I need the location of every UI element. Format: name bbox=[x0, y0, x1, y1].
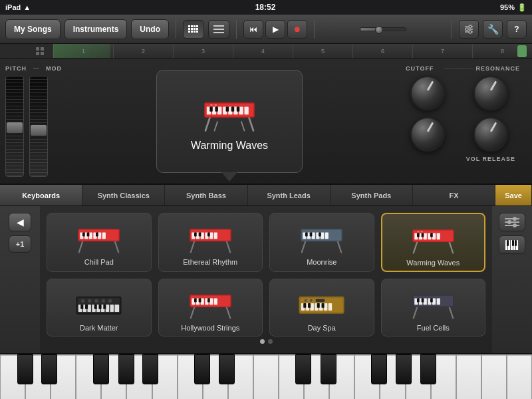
svg-rect-82 bbox=[305, 232, 308, 236]
piano-key-black-3[interactable] bbox=[93, 354, 109, 384]
svg-line-28 bbox=[241, 122, 245, 131]
piano-key-white-20[interactable] bbox=[481, 354, 507, 399]
nav-left-button[interactable]: ◀ bbox=[9, 213, 31, 231]
resonance-knob-2[interactable] bbox=[473, 117, 508, 152]
synth-panel: PITCH — MOD bbox=[0, 59, 532, 185]
piano-key-black-8[interactable] bbox=[295, 354, 311, 384]
tab-synth-bass[interactable]: Synth Bass bbox=[165, 185, 247, 205]
mark-7: 7 bbox=[412, 44, 472, 58]
svg-rect-114 bbox=[99, 305, 102, 309]
piano-key-black-2[interactable] bbox=[41, 354, 57, 384]
toolbar-sep-3 bbox=[314, 20, 315, 39]
dots-button[interactable] bbox=[499, 213, 525, 231]
timeline-left bbox=[27, 44, 53, 58]
view-grid-button[interactable] bbox=[183, 20, 204, 39]
plus1-button[interactable]: +1 bbox=[9, 235, 31, 253]
settings-icon[interactable] bbox=[459, 20, 479, 39]
pitch-slider-thumb bbox=[6, 122, 23, 134]
mark-6: 6 bbox=[352, 44, 412, 58]
instrument-cell-dark-matter[interactable]: Dark Matter bbox=[47, 279, 152, 336]
svg-point-147 bbox=[305, 299, 307, 301]
cutoff-label: CUTOFF bbox=[396, 65, 444, 72]
svg-point-118 bbox=[95, 299, 98, 302]
svg-rect-80 bbox=[321, 232, 324, 239]
help-button[interactable]: ? bbox=[507, 20, 527, 39]
svg-rect-4 bbox=[188, 28, 190, 30]
piano-key-black-5[interactable] bbox=[142, 354, 158, 384]
piano-key-white-21[interactable] bbox=[507, 354, 532, 399]
pitch-slider[interactable] bbox=[5, 76, 24, 177]
page-dot-1[interactable] bbox=[260, 339, 265, 344]
keyboard-view-button[interactable] bbox=[499, 235, 525, 254]
ethereal-rhythm-image bbox=[184, 219, 237, 255]
left-controls: ◀ +1 bbox=[0, 206, 40, 353]
tab-synth-pads[interactable]: Synth Pads bbox=[331, 185, 413, 205]
instrument-grid: Chill Pad bbox=[47, 213, 485, 336]
tab-keyboards[interactable]: Keyboards bbox=[0, 185, 82, 205]
instrument-cell-moonrise[interactable]: Moonrise bbox=[269, 213, 374, 272]
toolbar-sep-2 bbox=[236, 20, 237, 39]
piano-key-white-11[interactable] bbox=[253, 354, 279, 399]
piano-key-black-10[interactable] bbox=[371, 354, 387, 384]
rewind-button[interactable]: ⏮ bbox=[243, 20, 263, 39]
undo-button[interactable]: Undo bbox=[131, 19, 169, 39]
piano-key-black-1[interactable] bbox=[17, 354, 33, 384]
svg-rect-0 bbox=[188, 25, 190, 27]
svg-rect-9 bbox=[191, 31, 193, 33]
status-left: iPad ▲ bbox=[5, 3, 31, 11]
svg-rect-177 bbox=[515, 240, 517, 246]
instrument-cell-warming-waves[interactable]: Warming Waves bbox=[381, 213, 486, 272]
knob-row-top bbox=[396, 76, 522, 110]
svg-rect-161 bbox=[421, 298, 424, 302]
play-button[interactable]: ▶ bbox=[265, 20, 285, 39]
svg-rect-38 bbox=[245, 106, 249, 114]
dark-matter-name: Dark Matter bbox=[80, 324, 118, 332]
svg-point-148 bbox=[310, 299, 313, 301]
svg-rect-78 bbox=[312, 232, 315, 239]
instrument-box[interactable]: Warming Waves bbox=[156, 70, 303, 173]
cutoff-knob-2[interactable] bbox=[410, 117, 445, 152]
mod-slider[interactable] bbox=[29, 76, 48, 177]
svg-point-167 bbox=[507, 220, 511, 224]
toolbar-sep-4 bbox=[452, 20, 452, 39]
piano-key-black-7[interactable] bbox=[219, 354, 235, 384]
svg-rect-127 bbox=[200, 298, 203, 305]
wrench-icon[interactable]: 🔧 bbox=[483, 20, 503, 39]
my-songs-button[interactable]: My Songs bbox=[5, 19, 61, 39]
piano-key-black-12[interactable] bbox=[420, 354, 436, 384]
instrument-cell-day-spa[interactable]: Day Spa bbox=[269, 279, 374, 336]
battery-label: 95% bbox=[500, 3, 515, 11]
tab-fx[interactable]: FX bbox=[413, 185, 495, 205]
page-dot-2[interactable] bbox=[268, 339, 273, 344]
svg-rect-43 bbox=[237, 106, 240, 111]
piano-key-black-4[interactable] bbox=[118, 354, 134, 384]
timeline-end-marker[interactable] bbox=[517, 45, 527, 57]
timeline: 1 2 3 4 5 6 7 8 bbox=[0, 44, 532, 59]
svg-rect-109 bbox=[110, 305, 114, 312]
instrument-cell-ethereal-rhythm[interactable]: Ethereal Rhythm bbox=[158, 213, 263, 272]
resonance-knob-1[interactable] bbox=[473, 76, 508, 110]
piano-key-white-19[interactable] bbox=[456, 354, 481, 399]
volume-slider[interactable] bbox=[360, 27, 406, 31]
tab-save[interactable]: Save bbox=[495, 185, 532, 205]
instrument-cell-fuel-cells[interactable]: Fuel Cells bbox=[381, 279, 486, 336]
svg-rect-97 bbox=[430, 233, 433, 237]
svg-rect-42 bbox=[231, 106, 235, 111]
cutoff-knob-1[interactable] bbox=[410, 76, 445, 110]
record-button[interactable]: ⏺ bbox=[287, 20, 307, 39]
view-list-button[interactable] bbox=[208, 20, 229, 39]
piano-key-black-6[interactable] bbox=[194, 354, 210, 384]
piano-key-black-9[interactable] bbox=[321, 354, 336, 384]
svg-rect-68 bbox=[213, 232, 217, 239]
tab-synth-classics[interactable]: Synth Classics bbox=[82, 185, 165, 205]
svg-rect-138 bbox=[311, 303, 314, 311]
tab-synth-leads[interactable]: Synth Leads bbox=[248, 185, 331, 205]
svg-rect-67 bbox=[209, 232, 213, 239]
instrument-cell-chill-pad[interactable]: Chill Pad bbox=[47, 213, 152, 272]
instruments-button[interactable]: Instruments bbox=[65, 19, 128, 39]
piano-key-black-11[interactable] bbox=[396, 354, 412, 384]
instrument-cell-hollywood-strings[interactable]: Hollywood Strings bbox=[158, 279, 263, 336]
svg-rect-115 bbox=[104, 305, 106, 309]
mark-5: 5 bbox=[293, 44, 352, 58]
pitch-mod-labels: PITCH — MOD bbox=[5, 65, 68, 72]
